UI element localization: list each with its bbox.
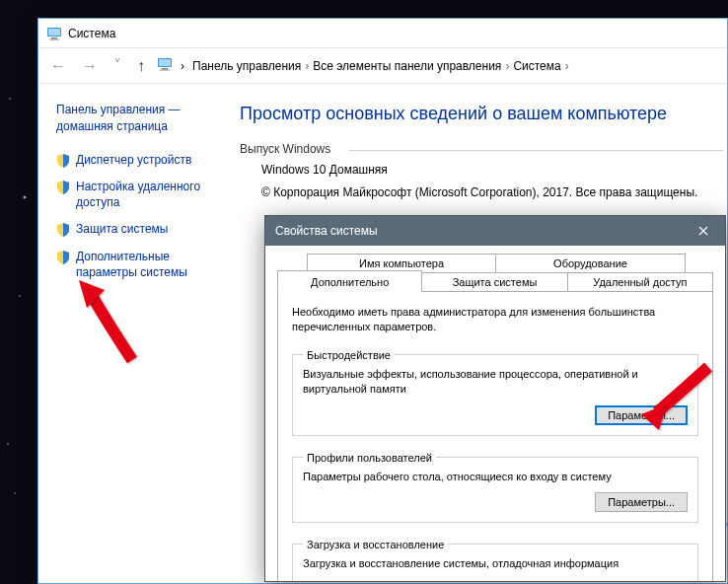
sidebar-item-system-protection[interactable]: Защита системы (56, 222, 220, 238)
edition-name: Windows 10 Домашняя (261, 159, 723, 182)
performance-legend: Быстродействие (303, 349, 395, 361)
sidebar-item-device-manager[interactable]: Диспетчер устройств (56, 153, 220, 169)
sidebar-item-label: Диспетчер устройств (76, 153, 191, 169)
shield-icon (56, 251, 70, 264)
performance-desc: Визуальные эффекты, использование процес… (303, 367, 688, 398)
nav-up-icon[interactable]: ↑ (133, 55, 149, 77)
profiles-desc: Параметры рабочего стола, относящиеся ко… (303, 470, 688, 484)
svg-rect-2 (51, 37, 57, 39)
sidebar-item-advanced-settings[interactable]: Дополнительные параметры системы (56, 250, 220, 280)
monitor-icon (46, 26, 62, 41)
edition-legend: Выпуск Windows (240, 142, 723, 160)
performance-group: Быстродействие Визуальные эффекты, испол… (292, 349, 698, 436)
dialog-titlebar[interactable]: Свойства системы (265, 216, 725, 246)
breadcrumb-all[interactable]: Все элементы панели управления (313, 59, 501, 73)
nav-recent-icon[interactable]: ˅ (109, 54, 125, 77)
breadcrumb: Панель управления › Все элементы панели … (192, 59, 569, 73)
navbar: ← → ˅ ↑ › Панель управления › Все элемен… (38, 48, 727, 84)
chevron-right-icon: › (565, 59, 569, 73)
sidebar-item-label: Защита системы (76, 222, 168, 238)
sidebar-item-remote-settings[interactable]: Настройка удаленного доступа (56, 180, 220, 210)
tab-system-protection[interactable]: Защита системы (422, 272, 567, 292)
sidebar: Панель управления — домашняя страница Ди… (38, 84, 232, 583)
sidebar-item-label: Настройка удаленного доступа (76, 180, 220, 210)
svg-rect-6 (162, 68, 168, 70)
monitor-icon (157, 56, 173, 75)
breadcrumb-root[interactable]: Панель управления (192, 59, 301, 73)
nav-forward-icon: → (78, 55, 102, 77)
tab-advanced[interactable]: Дополнительно (277, 270, 422, 292)
page-title: Просмотр основных сведений о вашем компь… (240, 104, 723, 124)
nav-back-icon: ← (46, 55, 70, 77)
profiles-settings-button[interactable]: Параметры... (595, 492, 688, 512)
chevron-right-icon: › (181, 59, 184, 73)
shield-icon (56, 154, 70, 168)
shield-icon (56, 223, 70, 237)
startup-group: Загрузка и восстановление Загрузка и вос… (292, 539, 698, 582)
divider (348, 150, 723, 151)
close-icon (698, 226, 708, 236)
sidebar-home-link[interactable]: Панель управления — домашняя страница (56, 102, 220, 135)
close-button[interactable] (682, 216, 725, 246)
chevron-right-icon: › (305, 59, 309, 73)
svg-rect-5 (159, 59, 171, 66)
system-properties-dialog: Свойства системы Имя компьютера Оборудов… (264, 215, 726, 582)
copyright-text: © Корпорация Майкрософт (Microsoft Corpo… (261, 182, 723, 204)
admin-note: Необходимо иметь права администратора дл… (292, 305, 698, 335)
profiles-group: Профили пользователей Параметры рабочего… (292, 452, 698, 523)
svg-rect-1 (48, 29, 60, 36)
performance-settings-button[interactable]: Параметры... (595, 405, 688, 425)
window-titlebar: Система (38, 19, 727, 48)
svg-rect-7 (160, 70, 170, 71)
chevron-right-icon: › (505, 59, 509, 73)
startup-legend: Загрузка и восстановление (303, 539, 448, 550)
tab-remote[interactable]: Удаленный доступ (568, 272, 713, 292)
tab-hardware[interactable]: Оборудование (496, 254, 686, 273)
sidebar-item-label: Дополнительные параметры системы (76, 250, 220, 280)
dialog-title: Свойства системы (275, 224, 378, 238)
shield-icon (56, 181, 70, 194)
startup-desc: Загрузка и восстановление системы, отлад… (303, 556, 688, 571)
window-title: Система (68, 27, 115, 40)
svg-rect-3 (49, 38, 59, 39)
tab-panel-advanced: Необходимо иметь права администратора дл… (277, 291, 713, 582)
profiles-legend: Профили пользователей (303, 452, 436, 464)
breadcrumb-current[interactable]: Система (513, 59, 560, 73)
